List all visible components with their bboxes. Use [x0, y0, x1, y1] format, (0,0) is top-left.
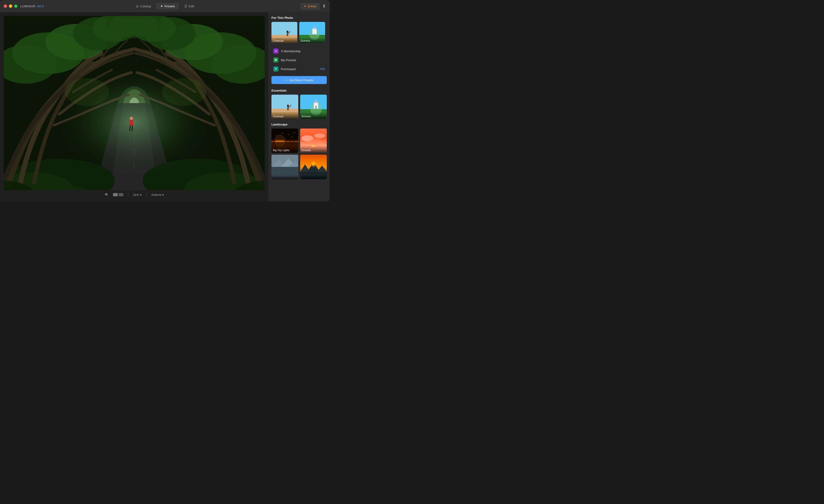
app-window: LUMINAR NEO 🗂 Catalog ✦ Presets ☰ Edit ✦…: [0, 0, 330, 202]
presets-icon: ✦: [160, 4, 163, 8]
actions-chevron-icon: ▾: [162, 193, 164, 197]
my-presets-icon: [273, 58, 279, 63]
purchased-item[interactable]: P Purchased Add: [272, 65, 327, 73]
essentials-grid: Closeups: [272, 95, 327, 119]
nav-tabs: 🗂 Catalog ✦ Presets ☰ Edit: [131, 3, 198, 9]
preset-closeups[interactable]: Closeups: [272, 95, 298, 119]
zoom-control[interactable]: 31% ▾: [133, 193, 142, 197]
svg-rect-30: [130, 120, 133, 126]
preset-sunsets[interactable]: Sunsets: [300, 128, 327, 153]
tab-edit-label: Edit: [189, 4, 194, 8]
actions-button[interactable]: Actions ▾: [151, 193, 164, 197]
landscape-section: Landscape: [272, 123, 327, 179]
plus-icon: ＋: [285, 78, 288, 82]
svg-rect-56: [287, 107, 289, 110]
x-membership-label: X Membership: [281, 49, 325, 53]
photo-canvas[interactable]: [4, 16, 265, 190]
scenery-label: Scenery: [300, 112, 327, 119]
add-button[interactable]: Add: [320, 67, 325, 71]
compare-view-btn[interactable]: [119, 193, 123, 196]
share-button[interactable]: ⬆: [322, 4, 326, 9]
photo-toolbar: 👁 31% ▾ Actions ▾: [4, 190, 265, 198]
extras-icon: ✦: [304, 4, 306, 8]
my-presets-item[interactable]: My Presets: [272, 56, 327, 64]
preset-card-closeups-horizontal[interactable]: Closeups: [272, 22, 297, 43]
preset-landscape3[interactable]: [272, 155, 298, 179]
svg-point-83: [307, 138, 322, 145]
svg-point-77: [288, 134, 289, 135]
eye-icon[interactable]: 👁: [105, 193, 108, 197]
svg-point-75: [276, 135, 277, 136]
minimize-button[interactable]: [9, 4, 12, 8]
extras-label: Extras: [308, 4, 316, 8]
x-membership-item[interactable]: ✦ X Membership: [272, 47, 327, 55]
toolbar-divider: [128, 193, 128, 197]
get-more-presets-button[interactable]: ＋ Get More Presets: [272, 76, 327, 84]
my-presets-label: My Presets: [281, 59, 325, 62]
svg-point-78: [294, 133, 295, 133]
tab-presets-label: Presets: [165, 4, 175, 8]
maximize-button[interactable]: [14, 4, 17, 8]
title-bar-right: ✦ Extras ⬆: [301, 3, 326, 9]
svg-point-82: [314, 133, 325, 138]
svg-rect-50: [275, 60, 277, 60]
purchased-icon: P: [273, 66, 279, 72]
zoom-level: 31%: [133, 193, 139, 197]
app-title: LUMINAR NEO: [20, 4, 44, 8]
preset-landscape4[interactable]: [300, 155, 327, 179]
svg-rect-63: [315, 106, 316, 108]
tab-edit[interactable]: ☰ Edit: [180, 3, 198, 9]
photo-area: 👁 31% ▾ Actions ▾: [0, 12, 269, 202]
single-view-btn[interactable]: [113, 193, 118, 196]
for-this-photo-title: For This Photo: [272, 16, 327, 19]
svg-rect-51: [275, 61, 276, 61]
view-toggle[interactable]: [113, 193, 123, 196]
preset-big-city-lights[interactable]: Big City Lights: [272, 128, 298, 153]
svg-line-32: [132, 126, 132, 131]
svg-rect-29: [4, 16, 265, 190]
catalog-icon: 🗂: [136, 4, 139, 8]
closeups-label: Closeups: [272, 112, 298, 119]
svg-rect-47: [312, 29, 317, 34]
big-city-lights-label: Big City Lights: [272, 146, 298, 153]
get-more-label: Get More Presets: [289, 78, 313, 82]
sunsets-label: Sunsets: [300, 146, 327, 153]
svg-rect-42: [287, 33, 288, 36]
tab-catalog-label: Catalog: [140, 4, 151, 8]
main-content: 👁 31% ▾ Actions ▾ F: [0, 12, 330, 202]
svg-point-79: [292, 137, 292, 137]
svg-rect-49: [275, 59, 277, 60]
photo-container: [4, 16, 265, 190]
x-membership-icon: ✦: [273, 48, 279, 54]
scenery-label-h: Scenery: [299, 37, 325, 43]
svg-line-31: [130, 126, 130, 131]
closeups-label-h: Closeups: [272, 37, 297, 43]
landscape-grid: Big City Lights: [272, 128, 327, 179]
svg-point-76: [282, 133, 283, 134]
landscape-title: Landscape: [272, 123, 327, 126]
svg-point-98: [310, 161, 317, 167]
share-icon: ⬆: [322, 4, 326, 8]
svg-rect-91: [272, 155, 298, 167]
purchased-label: Purchased: [281, 67, 318, 71]
traffic-lights: [4, 4, 17, 8]
extras-button[interactable]: ✦ Extras: [301, 3, 319, 9]
right-sidebar: For This Photo: [269, 12, 330, 202]
title-bar: LUMINAR NEO 🗂 Catalog ✦ Presets ☰ Edit ✦…: [0, 0, 330, 12]
landscape3-label: [272, 175, 298, 179]
svg-point-55: [287, 105, 289, 107]
edit-icon: ☰: [184, 4, 187, 8]
close-button[interactable]: [4, 4, 7, 8]
preset-card-scenery-horizontal[interactable]: Scenery: [299, 22, 325, 43]
zoom-chevron-icon: ▾: [140, 193, 142, 197]
for-this-photo-scroll[interactable]: Closeups: [272, 22, 327, 43]
tab-presets[interactable]: ✦ Presets: [156, 3, 179, 9]
svg-point-33: [130, 117, 133, 120]
actions-label: Actions: [151, 193, 162, 197]
toolbar-divider-2: [146, 193, 147, 197]
preset-scenery[interactable]: Scenery: [300, 95, 327, 119]
essentials-section: Essentials: [272, 89, 327, 119]
svg-rect-54: [272, 109, 298, 112]
svg-point-41: [287, 31, 288, 33]
tab-catalog[interactable]: 🗂 Catalog: [131, 3, 155, 9]
